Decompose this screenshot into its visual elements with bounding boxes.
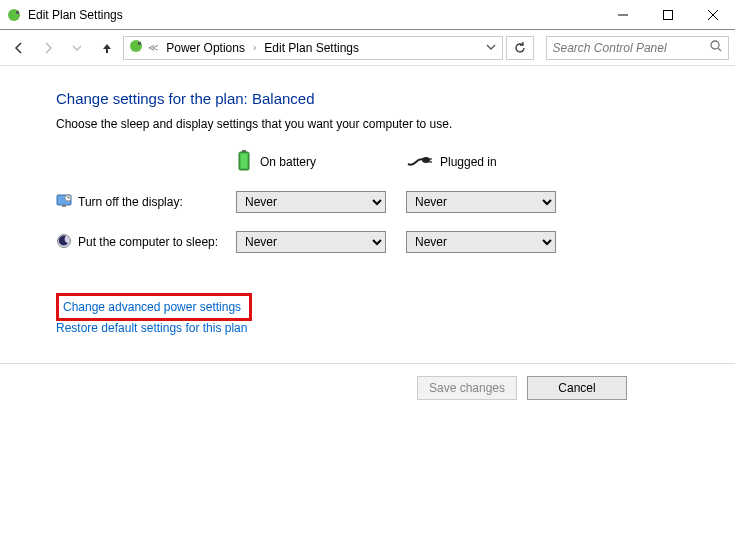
plug-icon (406, 154, 432, 171)
row-display-text: Turn off the display: (78, 195, 183, 209)
maximize-button[interactable] (645, 0, 690, 30)
svg-rect-12 (241, 153, 248, 168)
page-heading: Change settings for the plan: Balanced (56, 90, 707, 107)
battery-icon (236, 149, 252, 176)
row-sleep-label: Put the computer to sleep: (56, 233, 236, 252)
svg-line-9 (718, 48, 721, 51)
breadcrumb-power-options[interactable]: Power Options (162, 41, 249, 55)
footer-buttons: Save changes Cancel (56, 376, 707, 400)
moon-icon (56, 233, 72, 252)
up-button[interactable] (94, 35, 119, 61)
breadcrumb-edit-plan[interactable]: Edit Plan Settings (260, 41, 363, 55)
nav-bar: ≪ Power Options › Edit Plan Settings Sea… (0, 30, 735, 66)
address-bar[interactable]: ≪ Power Options › Edit Plan Settings (123, 36, 503, 60)
column-on-battery: On battery (236, 151, 406, 173)
refresh-button[interactable] (506, 36, 533, 60)
display-battery-select[interactable]: Never (236, 191, 386, 213)
sleep-battery-select[interactable]: Never (236, 231, 386, 253)
column-battery-label: On battery (260, 155, 316, 169)
chevron-right-icon: › (253, 42, 256, 53)
highlight-annotation: Change advanced power settings (56, 293, 252, 321)
search-placeholder: Search Control Panel (553, 41, 710, 55)
link-advanced-power[interactable]: Change advanced power settings (63, 300, 241, 314)
display-plugged-select[interactable]: Never (406, 191, 556, 213)
address-icon (128, 38, 144, 57)
save-button[interactable]: Save changes (417, 376, 517, 400)
close-button[interactable] (690, 0, 735, 30)
cancel-button[interactable]: Cancel (527, 376, 627, 400)
back-button[interactable] (6, 35, 31, 61)
chevron-icon: ≪ (148, 42, 158, 53)
forward-button[interactable] (35, 35, 60, 61)
svg-point-13 (422, 157, 430, 163)
page-subtext: Choose the sleep and display settings th… (56, 117, 707, 131)
app-icon (6, 7, 22, 23)
link-restore-defaults[interactable]: Restore default settings for this plan (56, 321, 247, 335)
monitor-icon (56, 193, 72, 212)
divider (0, 363, 735, 364)
svg-rect-3 (663, 10, 672, 19)
svg-point-0 (8, 9, 20, 21)
search-input[interactable]: Search Control Panel (546, 36, 729, 60)
address-dropdown-icon[interactable] (480, 41, 502, 55)
column-plugged-label: Plugged in (440, 155, 497, 169)
settings-grid: On battery Plugged in (56, 151, 707, 253)
title-bar: Edit Plan Settings (0, 0, 735, 30)
window-title: Edit Plan Settings (28, 8, 600, 22)
svg-rect-17 (62, 205, 66, 207)
search-icon (710, 40, 722, 55)
svg-rect-7 (138, 42, 141, 45)
svg-point-6 (130, 40, 142, 52)
row-sleep-text: Put the computer to sleep: (78, 235, 218, 249)
content-area: Change settings for the plan: Balanced C… (0, 66, 735, 400)
sleep-plugged-select[interactable]: Never (406, 231, 556, 253)
svg-point-8 (711, 41, 719, 49)
recent-dropdown[interactable] (65, 35, 90, 61)
row-display-label: Turn off the display: (56, 193, 236, 212)
column-plugged-in: Plugged in (406, 151, 576, 173)
svg-rect-1 (16, 11, 19, 14)
minimize-button[interactable] (600, 0, 645, 30)
links-section: Change advanced power settings Restore d… (56, 293, 707, 349)
